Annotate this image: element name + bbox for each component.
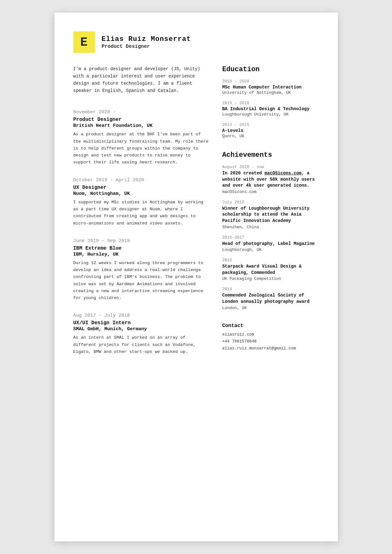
ach-title: Commended Zoological Society of London a… (222, 292, 319, 305)
experience-entry: November 2020 - Product Designer British… (73, 110, 210, 166)
exp-desc: As an intern at SMAL I worked on an arra… (73, 334, 210, 355)
achievement-entry: 2014 Commended Zoological Society of Lon… (222, 287, 319, 310)
exp-role: IBM Extreme Blue (73, 246, 210, 251)
full-name: Elias Ruiz Monserrat (102, 35, 191, 43)
ach-title: Starpack Award Visual Design & packaging… (222, 263, 319, 276)
ach-sub: Loughborough, UK (222, 247, 319, 252)
exp-date: Aug 2017 - July 2018 (73, 313, 210, 318)
ach-sub: Shenzhen, China (222, 225, 319, 229)
columns: I'm a product designer and developer (JS… (73, 65, 319, 367)
ach-date: 2016-2017 (222, 235, 319, 240)
avatar: E (73, 31, 95, 53)
right-column: Education 2019 - 2020 MSc Human Computer… (222, 65, 319, 367)
education-heading: Education (222, 65, 319, 73)
ach-date: August 2020 - now (222, 165, 319, 169)
ach-title: In 2020 created macOSicons.com, a websit… (222, 170, 319, 189)
job-title: Product Designer (102, 44, 191, 49)
edu-institution: University of Nottingham, UK (222, 90, 319, 95)
exp-date: June 2019 - Sep 2019 (73, 238, 210, 244)
achievement-entry: August 2020 - now In 2020 created macOSi… (222, 165, 319, 194)
education-entry: 2019 - 2020 MSc Human Computer Interacti… (222, 79, 319, 95)
edu-degree: A-Levels (222, 128, 319, 133)
header: E Elias Ruiz Monserrat Product Designer (73, 31, 319, 53)
exp-company: Nuom, Nottingham, UK (73, 191, 210, 196)
ach-title: Head of photography, Label Magazine (222, 241, 319, 247)
avatar-initial: E (80, 36, 88, 49)
contact-line: elias.ruiz.monserrat@gmail.com (222, 345, 319, 352)
contact-heading: Contact (222, 323, 319, 329)
edu-degree: MSc Human Computer Interaction (222, 85, 319, 90)
exp-date: November 2020 - (73, 110, 210, 115)
contact-lines: eliasruiz.com+44 7881570648elias.ruiz.mo… (222, 331, 319, 352)
achievements-list: August 2020 - now In 2020 created macOSi… (222, 165, 319, 310)
education-entry: 2013 - 2015 A-Levels Quorn, UK (222, 122, 319, 138)
exp-desc: As a product designer at the BHF I've be… (73, 131, 210, 166)
exp-role: UX Designer (73, 185, 210, 190)
left-column: I'm a product designer and developer (JS… (73, 65, 210, 367)
exp-desc: I supported my MSc studies in Nottingham… (73, 199, 210, 227)
ach-sub: London, UK (222, 306, 319, 310)
education-entry: 2015 - 2019 BA Industrial Design & Techn… (222, 101, 319, 117)
experience-entry: June 2019 - Sep 2019 IBM Extreme Blue IB… (73, 238, 210, 302)
contact-line: +44 7881570648 (222, 338, 319, 345)
ach-date: 2014 (222, 287, 319, 291)
edu-date: 2015 - 2019 (222, 101, 319, 105)
header-text: Elias Ruiz Monserrat Product Designer (102, 35, 191, 49)
edu-institution: Loughborough University, UK (222, 112, 319, 117)
edu-institution: Quorn, UK (222, 134, 319, 138)
ach-date: 2015 (222, 258, 319, 263)
achievement-entry: July 2018 Winner of Loughborough Univers… (222, 200, 319, 229)
contact-section: Contact eliasruiz.com+44 7881570648elias… (222, 323, 319, 352)
education-list: 2019 - 2020 MSc Human Computer Interacti… (222, 79, 319, 138)
ach-date: July 2018 (222, 200, 319, 205)
achievement-entry: 2016-2017 Head of photography, Label Mag… (222, 235, 319, 252)
edu-degree: BA Industrial Design & Technology (222, 106, 319, 111)
edu-date: 2013 - 2015 (222, 122, 319, 127)
edu-date: 2019 - 2020 (222, 79, 319, 84)
experience-entry: Aug 2017 - July 2018 UX/UI Design Intern… (73, 313, 210, 355)
ach-title: Winner of Loughborough University schola… (222, 206, 319, 224)
achievements-heading: Achievements (222, 151, 319, 159)
contact-line: eliasruiz.com (222, 331, 319, 338)
achievements-section: Achievements August 2020 - now In 2020 c… (222, 151, 319, 310)
exp-company: British Heart Foundation, UK (73, 123, 210, 128)
ach-sub: UK Packaging Competition (222, 276, 319, 281)
exp-company: IBM, Hursley, UK (73, 252, 210, 257)
achievement-entry: 2015 Starpack Award Visual Design & pack… (222, 258, 319, 281)
exp-date: October 2019 - April 2020 (73, 178, 210, 183)
exp-role: Product Designer (73, 117, 210, 122)
summary-text: I'm a product designer and developer (JS… (73, 65, 210, 94)
experience-list: November 2020 - Product Designer British… (73, 110, 210, 355)
experience-entry: October 2019 - April 2020 UX Designer Nu… (73, 178, 210, 227)
exp-company: SMAL GmbH, Munich, Germany (73, 326, 210, 332)
resume-container: E Elias Ruiz Monserrat Product Designer … (54, 13, 338, 541)
exp-desc: During 12 weeks I worked along three pro… (73, 260, 210, 302)
exp-role: UX/UI Design Intern (73, 320, 210, 326)
education-section: Education 2019 - 2020 MSc Human Computer… (222, 65, 319, 138)
ach-sub: macOSicons.com (222, 189, 319, 194)
